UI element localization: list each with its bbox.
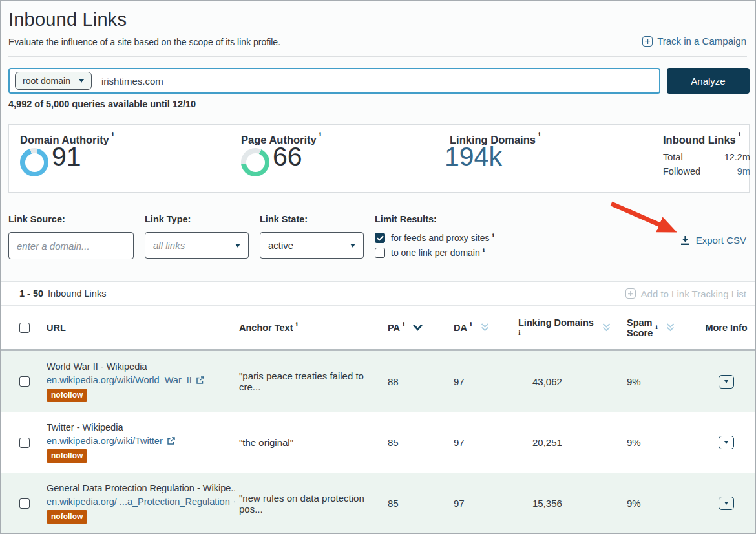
column-header-linking-domains[interactable]: Linking Domainsi bbox=[518, 317, 627, 338]
plus-icon bbox=[625, 288, 636, 299]
link-state-label: Link State: bbox=[260, 214, 308, 224]
scope-dropdown-value: root domain bbox=[23, 76, 70, 86]
analyze-button[interactable]: Analyze bbox=[667, 68, 750, 94]
info-icon[interactable]: i bbox=[492, 231, 495, 239]
column-header-anchor-text: Anchor Texti bbox=[239, 323, 388, 333]
nofollow-badge: nofollow bbox=[47, 449, 87, 463]
result-range: 1 - 50 bbox=[19, 288, 43, 299]
info-icon[interactable]: i bbox=[518, 328, 594, 338]
linking-domains-value: 43,062 bbox=[518, 376, 627, 387]
external-link-icon bbox=[234, 497, 235, 506]
search-input[interactable] bbox=[101, 76, 659, 87]
link-title: Twitter - Wikipedia bbox=[47, 422, 235, 433]
table-body: World War II - Wikipedia en.wikipedia.or… bbox=[1, 351, 755, 533]
limit-feeds-label: for feeds and proxy sitesi bbox=[391, 233, 494, 243]
export-csv-label: Export CSV bbox=[696, 235, 746, 246]
total-label: Total bbox=[663, 152, 683, 162]
link-type-select[interactable]: all links bbox=[145, 232, 249, 259]
info-icon[interactable]: i bbox=[112, 131, 114, 138]
linking-domains-value: 20,251 bbox=[518, 437, 627, 448]
table-toolbar: 1 - 50 Inbound Links Add to Link Trackin… bbox=[1, 282, 755, 306]
chevron-down-icon bbox=[235, 244, 240, 248]
link-source-label: Link Source: bbox=[8, 214, 65, 224]
result-range-suffix: Inbound Links bbox=[48, 288, 106, 299]
quota-text: 4,992 of 5,000 queries available until 1… bbox=[8, 99, 196, 109]
chevron-down-icon bbox=[724, 380, 728, 383]
spam-score-value: 9% bbox=[627, 498, 698, 509]
sortable-icon[interactable] bbox=[480, 323, 490, 332]
check-icon bbox=[377, 235, 384, 241]
select-all-checkbox[interactable] bbox=[19, 323, 30, 333]
total-value: 12.2m bbox=[724, 152, 750, 162]
link-title: General Data Protection Regulation - Wik… bbox=[47, 483, 235, 493]
da-value: 97 bbox=[454, 437, 518, 448]
anchor-text: "new rules on data protection pos... bbox=[239, 493, 388, 515]
inbound-links-table: 1 - 50 Inbound Links Add to Link Trackin… bbox=[1, 281, 755, 533]
nofollow-badge: nofollow bbox=[47, 389, 87, 402]
limit-feeds-checkbox-row[interactable]: for feeds and proxy sitesi bbox=[375, 233, 494, 243]
metrics-panel: Domain Authorityi 91 Page Authorityi 66 … bbox=[8, 124, 750, 193]
sort-desc-icon[interactable] bbox=[413, 324, 423, 331]
more-info-dropdown-button[interactable] bbox=[719, 436, 734, 449]
limit-one-link-label: to one link per domaini bbox=[391, 248, 485, 258]
scope-dropdown[interactable]: root domain bbox=[15, 72, 92, 90]
domain-authority-value: 91 bbox=[52, 142, 81, 172]
chevron-down-icon bbox=[724, 502, 728, 505]
limit-results-label: Limit Results: bbox=[375, 214, 437, 224]
link-state-select[interactable]: active bbox=[260, 232, 364, 259]
link-url[interactable]: en.wikipedia.org/wiki/World_War_II bbox=[47, 375, 235, 385]
inbound-links-page: Inbound Links Evaluate the influence of … bbox=[0, 0, 756, 534]
track-in-campaign-link[interactable]: Track in a Campaign bbox=[642, 36, 746, 47]
info-icon[interactable]: i bbox=[655, 323, 658, 330]
column-header-da[interactable]: DAi bbox=[454, 323, 518, 333]
more-info-dropdown-button[interactable] bbox=[719, 497, 734, 510]
link-source-input[interactable] bbox=[8, 232, 134, 259]
table-row: World War II - Wikipedia en.wikipedia.or… bbox=[1, 351, 755, 412]
spam-score-value: 9% bbox=[627, 437, 698, 448]
add-to-link-tracking-list-button[interactable]: Add to Link Tracking List bbox=[625, 288, 746, 299]
export-csv-button[interactable]: Export CSV bbox=[680, 235, 746, 246]
followed-label: Followed bbox=[663, 166, 700, 176]
column-header-spam-score[interactable]: SpamScorei bbox=[627, 317, 698, 338]
pa-value: 88 bbox=[388, 376, 454, 387]
link-title: World War II - Wikipedia bbox=[47, 361, 235, 372]
link-type-value: all links bbox=[153, 240, 185, 251]
link-url[interactable]: en.wikipedia.org/ ...a_Protection_Regula… bbox=[47, 497, 235, 507]
more-info-dropdown-button[interactable] bbox=[719, 375, 734, 389]
column-header-url: URL bbox=[47, 323, 239, 333]
followed-value[interactable]: 9m bbox=[737, 166, 750, 176]
da-value: 97 bbox=[454, 376, 518, 387]
link-type-label: Link Type: bbox=[145, 214, 191, 224]
link-state-value: active bbox=[268, 240, 293, 251]
row-checkbox[interactable] bbox=[19, 498, 30, 509]
add-to-link-tracking-list-label: Add to Link Tracking List bbox=[641, 288, 746, 299]
row-checkbox[interactable] bbox=[19, 438, 30, 448]
column-header-pa[interactable]: PAi bbox=[388, 323, 454, 333]
external-link-icon bbox=[167, 436, 176, 445]
info-icon[interactable]: i bbox=[538, 131, 541, 138]
nofollow-badge: nofollow bbox=[47, 510, 87, 524]
link-url[interactable]: en.wikipedia.org/wiki/Twitter bbox=[47, 436, 235, 446]
checkbox-checked-icon[interactable] bbox=[375, 233, 385, 243]
da-value: 97 bbox=[454, 498, 518, 509]
table-row: General Data Protection Regulation - Wik… bbox=[1, 473, 755, 533]
chevron-down-icon bbox=[724, 441, 728, 444]
page-title: Inbound Links bbox=[8, 9, 127, 30]
header-divider bbox=[8, 56, 747, 57]
sortable-icon[interactable] bbox=[602, 323, 611, 332]
domain-authority-donut bbox=[20, 148, 48, 176]
info-icon[interactable]: i bbox=[483, 246, 485, 253]
info-icon[interactable]: i bbox=[319, 131, 322, 138]
sortable-icon[interactable] bbox=[666, 323, 675, 332]
row-checkbox[interactable] bbox=[19, 376, 30, 387]
info-icon[interactable]: i bbox=[739, 131, 741, 138]
inbound-links-label: Inbound Linksi bbox=[663, 134, 740, 146]
plus-icon bbox=[642, 36, 653, 47]
limit-one-link-checkbox-row[interactable]: to one link per domaini bbox=[375, 248, 485, 258]
anchor-text: "paris peace treaties failed to cre... bbox=[239, 370, 388, 392]
checkbox-unchecked-icon[interactable] bbox=[375, 248, 385, 258]
chevron-down-icon bbox=[79, 79, 84, 83]
page-authority-value: 66 bbox=[273, 142, 302, 172]
pa-value: 85 bbox=[388, 498, 454, 509]
table-row: Twitter - Wikipedia en.wikipedia.org/wik… bbox=[1, 412, 755, 473]
